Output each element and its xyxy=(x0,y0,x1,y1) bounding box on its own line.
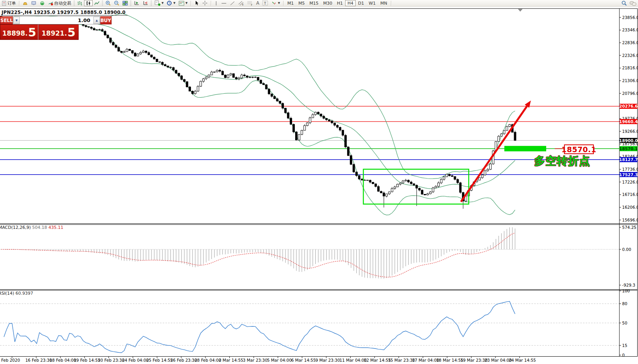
volume-increase-button[interactable]: ▲ xyxy=(93,17,100,24)
time-label: 15 Mar 23:30 xyxy=(388,358,415,362)
bid-price-main: 18898 xyxy=(2,28,25,38)
hline-tool-button[interactable] xyxy=(220,0,228,6)
ask-price-panel[interactable]: 18921.5 xyxy=(38,24,79,40)
signals-button[interactable] xyxy=(38,0,46,6)
line-chart-button[interactable] xyxy=(93,0,101,6)
time-label: 6 Mar 14:55 xyxy=(291,358,316,362)
channel-tool-button[interactable]: E xyxy=(237,0,246,6)
svg-text:17226.0: 17226.0 xyxy=(622,180,638,184)
auto-scroll-icon xyxy=(134,0,139,6)
bid-price-sep: . xyxy=(25,28,28,38)
svg-text:22326.0: 22326.0 xyxy=(622,53,638,58)
terminal-icon xyxy=(31,1,36,6)
time-label: 19 Feb 14:55 xyxy=(74,358,100,362)
time-label: 26 Feb 23:30 xyxy=(170,358,197,362)
trendline-icon xyxy=(230,1,235,6)
bid-price-panel[interactable]: 18898.5 xyxy=(0,24,38,40)
chat-icon[interactable] xyxy=(629,1,636,6)
templates-button[interactable]: ▼ xyxy=(177,0,189,6)
svg-text:T: T xyxy=(264,2,267,5)
svg-text:0: 0 xyxy=(622,353,625,357)
time-label: 28 Feb 04:00 xyxy=(194,358,221,362)
zoom-out-icon xyxy=(114,0,119,6)
buy-button[interactable]: BUY xyxy=(100,16,112,24)
periods-button[interactable]: ▼ xyxy=(165,0,177,6)
indicators-button[interactable]: ▼ xyxy=(153,0,165,6)
svg-text:80: 80 xyxy=(622,301,627,306)
svg-text:19266.0: 19266.0 xyxy=(622,129,638,134)
text-tool-button[interactable]: A xyxy=(255,0,261,6)
order-label: 订单 xyxy=(7,0,16,6)
svg-text:16716.0: 16716.0 xyxy=(622,192,638,197)
turning-point-note[interactable]: 多空转折点 xyxy=(534,154,590,168)
crosshair-icon xyxy=(202,0,208,6)
svg-text:21306.0: 21306.0 xyxy=(622,78,638,83)
timeframe-MN[interactable]: MN xyxy=(378,0,390,6)
clock-icon xyxy=(167,0,172,6)
svg-text:17736.0: 17736.0 xyxy=(622,167,638,172)
volume-box: ▼ ▲ xyxy=(13,16,100,24)
gold-icon xyxy=(22,1,28,6)
trend-arrow[interactable] xyxy=(461,103,529,202)
zoom-out-button[interactable] xyxy=(112,0,121,6)
pane-borders-layer xyxy=(0,9,638,357)
zoom-in-icon xyxy=(105,0,111,6)
search-icon[interactable] xyxy=(621,0,627,6)
time-label: 18 Mar 14:55 xyxy=(436,358,463,362)
timeframe-W1[interactable]: W1 xyxy=(366,0,378,6)
svg-text:23856.0: 23856.0 xyxy=(622,15,638,20)
time-label: 12 Mar 14:55 xyxy=(364,358,391,362)
rsi-value: 60.9397 xyxy=(15,291,33,296)
cursor-tool-button[interactable] xyxy=(193,0,201,6)
arrows-tool-button[interactable]: ▼ xyxy=(270,0,281,6)
svg-text:21816.0: 21816.0 xyxy=(622,65,638,70)
svg-text:-929.3: -929.3 xyxy=(622,283,635,287)
hline-icon xyxy=(221,1,227,6)
timeframe-M5[interactable]: M5 xyxy=(296,0,307,6)
timeframe-H1[interactable]: H1 xyxy=(335,0,345,6)
sell-button[interactable]: SELL xyxy=(0,16,13,24)
svg-text:15: 15 xyxy=(622,343,627,348)
candlestick-chart-icon xyxy=(86,1,91,6)
time-label: 18 Feb 04:00 xyxy=(50,358,76,362)
timeframe-M1[interactable]: M1 xyxy=(285,0,296,6)
timeframe-M30[interactable]: M30 xyxy=(321,0,335,6)
time-label: 24 Mar 14:55 xyxy=(509,358,536,362)
ask-price-frac: 5 xyxy=(67,27,76,38)
svg-text:16206.0: 16206.0 xyxy=(622,205,638,209)
history-center-button[interactable] xyxy=(21,0,29,6)
trendline-tool-button[interactable] xyxy=(228,0,237,6)
support-band[interactable] xyxy=(504,146,546,151)
auto-scroll-button[interactable] xyxy=(132,0,141,6)
support-level-price-label[interactable]: 18570.1 xyxy=(564,144,594,154)
new-order-button[interactable]: 订单 xyxy=(0,0,17,6)
bar-chart-button[interactable] xyxy=(76,0,84,6)
vline-icon xyxy=(214,1,218,6)
chart-canvas[interactable]: 23856.023346.022836.022326.021816.021306… xyxy=(0,0,638,364)
tile-windows-button[interactable] xyxy=(121,0,129,6)
time-label: 5 Mar 04:00 xyxy=(267,358,291,362)
templates-caret: ▼ xyxy=(186,2,187,5)
time-label: Feb 2020 xyxy=(1,358,20,362)
chart-shift-marker[interactable] xyxy=(518,9,523,12)
volume-decrease-button[interactable]: ▼ xyxy=(13,17,20,24)
time-label: 9 Mar 23:30 xyxy=(315,358,340,362)
crosshair-tool-button[interactable] xyxy=(201,0,209,6)
timeframe-D1[interactable]: D1 xyxy=(356,0,366,6)
terminal-button[interactable] xyxy=(29,0,38,6)
zoom-in-button[interactable] xyxy=(104,0,112,6)
timeframe-M15[interactable]: M15 xyxy=(307,0,321,6)
candlestick-chart-button[interactable] xyxy=(84,0,93,6)
autotrading-icon xyxy=(48,1,53,6)
time-label: 11 Mar 04:00 xyxy=(340,358,367,362)
autotrading-button[interactable]: 自动交易 xyxy=(46,0,73,6)
text-label-icon: T xyxy=(262,0,268,6)
vline-tool-button[interactable] xyxy=(213,0,220,6)
timeframe-H4[interactable]: H4 xyxy=(345,0,356,6)
candles-layer xyxy=(0,16,516,209)
volume-input[interactable] xyxy=(20,17,93,24)
label-tool-button[interactable]: T xyxy=(261,0,270,6)
fibonacci-tool-button[interactable]: F xyxy=(246,0,255,6)
chart-shift-button[interactable] xyxy=(141,0,150,6)
time-label: 2 Mar 14:55 xyxy=(219,358,243,362)
